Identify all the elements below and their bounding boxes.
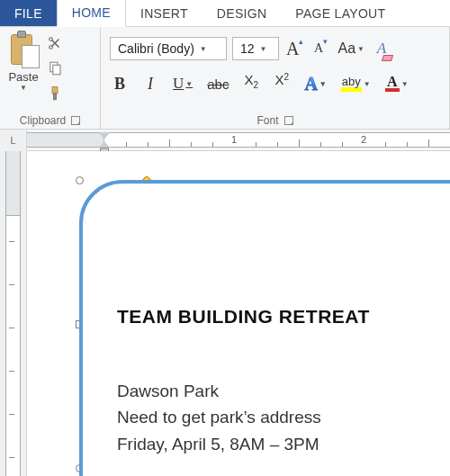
italic-button[interactable]: I xyxy=(140,72,160,95)
grow-font-button[interactable]: A▴ xyxy=(284,37,305,60)
underline-button[interactable]: U ▼ xyxy=(171,72,194,95)
clear-formatting-button[interactable]: A xyxy=(372,37,392,60)
svg-rect-3 xyxy=(53,65,60,75)
format-painter-button[interactable] xyxy=(45,84,65,103)
document-area: TEAM BUILDING RETREAT Dawson Park Need t… xyxy=(0,151,450,476)
group-font: Calibri (Body) ▼ 12 ▼ A▴ A▾ Aa ▼ xyxy=(101,27,450,129)
tab-selector[interactable]: L xyxy=(0,130,27,151)
chevron-down-icon: ▼ xyxy=(258,45,269,53)
page-canvas[interactable]: TEAM BUILDING RETREAT Dawson Park Need t… xyxy=(27,151,450,476)
text-effects-button[interactable]: A ▼ xyxy=(302,72,328,95)
subscript-button[interactable]: X2 xyxy=(241,72,261,95)
ribbon-tabs: FILE HOME INSERT DESIGN PAGE LAYOUT xyxy=(0,0,450,27)
ribbon: Paste ▼ Clipboard xyxy=(0,27,450,130)
eraser-icon xyxy=(382,55,393,61)
bold-button[interactable]: B xyxy=(110,72,130,95)
horizontal-ruler[interactable]: L 1 2 xyxy=(0,130,450,151)
hanging-indent-marker[interactable] xyxy=(99,141,110,148)
font-color-button[interactable]: A ▼ xyxy=(383,72,410,95)
svg-rect-5 xyxy=(54,94,57,100)
font-dialog-launcher[interactable] xyxy=(284,116,293,125)
svg-rect-4 xyxy=(52,87,58,94)
svg-point-1 xyxy=(50,46,53,49)
resize-handle-nw[interactable] xyxy=(76,176,84,184)
chevron-down-icon: ▼ xyxy=(364,80,371,88)
shrink-font-button[interactable]: A▾ xyxy=(310,37,330,60)
clipboard-dialog-launcher[interactable] xyxy=(71,116,80,125)
font-name-combo[interactable]: Calibri (Body) ▼ xyxy=(110,37,227,60)
chevron-down-icon: ▼ xyxy=(20,84,27,92)
font-size-value: 12 xyxy=(240,41,255,56)
ruler-strip: 1 2 xyxy=(27,132,450,148)
strikethrough-button[interactable]: abc xyxy=(205,72,230,95)
scissors-icon xyxy=(47,35,63,51)
copy-icon xyxy=(47,60,63,76)
vertical-ruler[interactable] xyxy=(0,151,27,476)
tab-design[interactable]: DESIGN xyxy=(202,0,281,26)
change-case-button[interactable]: Aa ▼ xyxy=(336,37,366,60)
copy-button[interactable] xyxy=(45,58,65,78)
document-text[interactable]: TEAM BUILDING RETREAT Dawson Park Need t… xyxy=(117,306,450,457)
chevron-down-icon: ▼ xyxy=(401,80,409,88)
body-line-1: Dawson Park xyxy=(117,378,450,404)
chevron-down-icon: ▼ xyxy=(185,80,193,88)
tab-home[interactable]: HOME xyxy=(57,0,126,27)
tab-page-layout[interactable]: PAGE LAYOUT xyxy=(281,0,400,26)
chevron-down-icon: ▼ xyxy=(357,45,364,53)
highlight-button[interactable]: aby ▼ xyxy=(339,72,373,95)
font-color-icon: A xyxy=(385,76,400,92)
font-name-value: Calibri (Body) xyxy=(118,41,194,56)
tab-insert[interactable]: INSERT xyxy=(126,0,202,26)
cut-button[interactable] xyxy=(45,33,65,53)
paste-label: Paste xyxy=(8,70,38,84)
group-clipboard: Paste ▼ Clipboard xyxy=(0,27,101,129)
paste-icon xyxy=(7,32,40,68)
heading-title: TEAM BUILDING RETREAT xyxy=(117,306,450,328)
body-line-3: Friday, April 5, 8AM – 3PM xyxy=(117,431,450,457)
tab-file[interactable]: FILE xyxy=(0,0,57,26)
chevron-down-icon: ▼ xyxy=(320,80,327,88)
highlight-icon: aby xyxy=(341,76,362,92)
group-label-font: Font xyxy=(256,114,278,127)
font-size-combo[interactable]: 12 ▼ xyxy=(232,37,279,60)
body-line-2: Need to get park’s address xyxy=(117,404,450,430)
superscript-button[interactable]: X2 xyxy=(272,72,292,95)
chevron-down-icon: ▼ xyxy=(198,45,209,53)
paste-split-button[interactable]: Paste ▼ xyxy=(5,31,45,112)
first-line-indent-marker[interactable] xyxy=(99,132,110,139)
group-label-clipboard: Clipboard xyxy=(20,114,66,127)
svg-point-0 xyxy=(50,38,53,41)
paintbrush-icon xyxy=(47,85,63,102)
